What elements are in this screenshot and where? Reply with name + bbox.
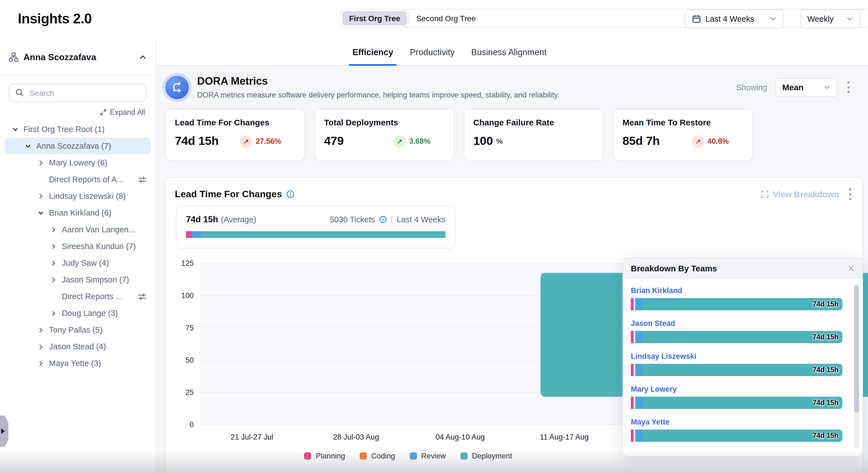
tree-item-label: Direct Reports ... [62, 292, 123, 301]
chevron-right-icon[interactable] [51, 227, 57, 233]
chevron-right-icon[interactable] [38, 193, 44, 199]
summary-qualifier: (Average) [221, 215, 256, 224]
lead-time-header: Lead Time For Changes View Breakdown [166, 178, 862, 202]
tree-item-label: Direct Reports of A... [49, 175, 124, 184]
chevron-down-icon[interactable] [25, 143, 32, 149]
legend-swatch [304, 452, 311, 460]
breakdown-segment-planning [631, 331, 633, 343]
trend-badge: ↗40.8% [692, 135, 729, 147]
panel-scrollbar-track[interactable] [854, 284, 859, 448]
chevron-right-icon[interactable] [51, 260, 57, 266]
breakdown-team-link[interactable]: Brian Kirkland [631, 286, 842, 295]
expand-all-button[interactable]: Expand All [0, 108, 145, 116]
summary-bar-segment-planning [186, 231, 191, 238]
tree-item[interactable]: Lindsay Liszewski (8) [4, 188, 151, 204]
close-icon[interactable]: ✕ [848, 264, 855, 272]
tree-item[interactable]: Direct Reports of A... [4, 171, 151, 188]
tree-item[interactable]: Anna Scozzafava (7) [4, 138, 151, 154]
org-tree-toggle-first[interactable]: First Org Tree [342, 11, 407, 26]
tree-item[interactable]: Aaron Van Langen... [4, 221, 151, 238]
granularity-select[interactable]: Weekly [800, 9, 860, 28]
chevron-right-icon[interactable] [51, 276, 57, 283]
dora-controls: Showing Mean [736, 78, 859, 97]
tree-item[interactable]: Direct Reports ... [4, 288, 151, 305]
metric-card: Mean Time To Restore85d 7h↗40.8% [613, 109, 753, 161]
chevron-right-icon[interactable] [38, 360, 44, 366]
date-range-select[interactable]: Last 4 Weeks [685, 9, 784, 28]
legend-swatch [360, 452, 367, 460]
tree-item-label: Brian Kirkland (6) [49, 208, 111, 217]
search-input[interactable] [9, 84, 147, 102]
tree-item[interactable]: Maya Yette (3) [4, 355, 151, 372]
calendar-icon [692, 14, 701, 23]
trend-delta-value: 40.8% [707, 137, 729, 145]
breakdown-row: Jason Stead74d 15h [631, 319, 842, 343]
sidebar-header[interactable]: Anna Scozzafava [0, 39, 155, 76]
metric-card-value-row: 74d 15h↗27.56% [175, 134, 296, 148]
tree-item-label: Mary Lowery (6) [49, 158, 107, 167]
tree-item-label: Jason Simpson (7) [62, 275, 129, 284]
metric-card-title: Total Deployments [324, 118, 445, 127]
breakdown-row: Mary Lowery74d 15h [631, 385, 842, 409]
org-tree-toggle-second[interactable]: Second Org Tree [410, 11, 483, 26]
x-tick-label: 21 Jul-27 Jul [200, 433, 304, 441]
metric-card-title: Lead Time For Changes [175, 118, 296, 127]
panel-scrollbar-thumb[interactable] [854, 286, 859, 413]
metric-card-value-row: 479↗3.68% [324, 134, 445, 148]
info-icon[interactable] [379, 216, 387, 224]
tree-item[interactable]: Brian Kirkland (6) [4, 204, 151, 221]
top-header: Insights 2.0 First Org Tree Second Org T… [0, 0, 868, 39]
x-tick-label: 04 Aug-10 Aug [408, 433, 512, 441]
breakdown-team-link[interactable]: Jason Stead [631, 319, 842, 328]
metric-card-value-row: 100% [473, 134, 594, 148]
chevron-down-icon[interactable] [38, 210, 44, 216]
chevron-right-icon[interactable] [51, 243, 57, 249]
kebab-menu-icon[interactable] [845, 79, 852, 95]
tree-item-label: Aaron Van Langen... [62, 225, 135, 234]
filter-sliders-icon[interactable] [138, 175, 147, 184]
metric-card-value: 74d 15h [175, 134, 219, 148]
breakdown-stacked-bar: 74d 15h [631, 430, 842, 442]
tree-item[interactable]: Sireesha Kunduri (7) [4, 238, 151, 255]
breakdown-team-link[interactable]: Mary Lowery [631, 385, 842, 393]
chevron-right-icon[interactable] [51, 310, 57, 316]
app-window: Insights 2.0 First Org Tree Second Org T… [0, 0, 868, 473]
aggregation-select[interactable]: Mean [775, 78, 837, 97]
tree-item[interactable]: Judy Saw (4) [4, 255, 151, 271]
chevron-down-icon [846, 16, 853, 22]
tree-item[interactable]: Mary Lowery (6) [4, 154, 151, 171]
view-breakdown-label: View Breakdown [773, 189, 839, 199]
tree-item[interactable]: First Org Tree Root (1) [4, 121, 151, 138]
breakdown-team-link[interactable]: Lindsay Liszewski [631, 352, 842, 360]
breakdown-stacked-bar: 74d 15h [631, 364, 842, 376]
view-breakdown-button[interactable]: View Breakdown [761, 189, 839, 199]
breakdown-segment-planning [631, 364, 633, 376]
chevron-right-icon[interactable] [38, 344, 44, 350]
tab-productivity[interactable]: Productivity [410, 39, 454, 65]
tab-efficiency[interactable]: Efficiency [352, 39, 393, 65]
tree-item[interactable]: Jason Simpson (7) [4, 271, 151, 288]
kebab-menu-icon[interactable] [847, 186, 854, 202]
trend-delta-value: 27.56% [255, 137, 281, 145]
tab-business-alignment[interactable]: Business Alignment [471, 39, 547, 65]
tree-item[interactable]: Tony Pallas (5) [4, 322, 151, 338]
breakdown-panel-body: Brian Kirkland74d 15hJason Stead74d 15hL… [623, 278, 862, 442]
chevron-right-icon[interactable] [38, 327, 44, 333]
chevron-right-icon[interactable] [38, 159, 44, 166]
summary-value: 74d 15h [186, 214, 218, 225]
tree-item[interactable]: Doug Lange (3) [4, 305, 151, 322]
chevron-down-icon[interactable] [12, 126, 19, 132]
breakdown-team-link[interactable]: Maya Yette [631, 418, 842, 426]
sidebar-collapse-handle[interactable] [0, 416, 8, 447]
summary-period: Last 4 Weeks [397, 215, 445, 224]
breakdown-row: Lindsay Liszewski74d 15h [631, 352, 842, 376]
tree-item[interactable]: Jason Stead (4) [4, 338, 151, 355]
metric-card: Change Failure Rate100% [464, 109, 603, 161]
filter-sliders-icon[interactable] [138, 292, 147, 301]
chevron-up-icon[interactable] [139, 54, 147, 61]
tab-bar: Efficiency Productivity Business Alignme… [156, 39, 868, 66]
metric-card-unit: % [496, 137, 503, 145]
bars-container [200, 264, 616, 425]
info-icon[interactable] [286, 190, 295, 198]
legend-item-planning: Planning [304, 452, 345, 460]
